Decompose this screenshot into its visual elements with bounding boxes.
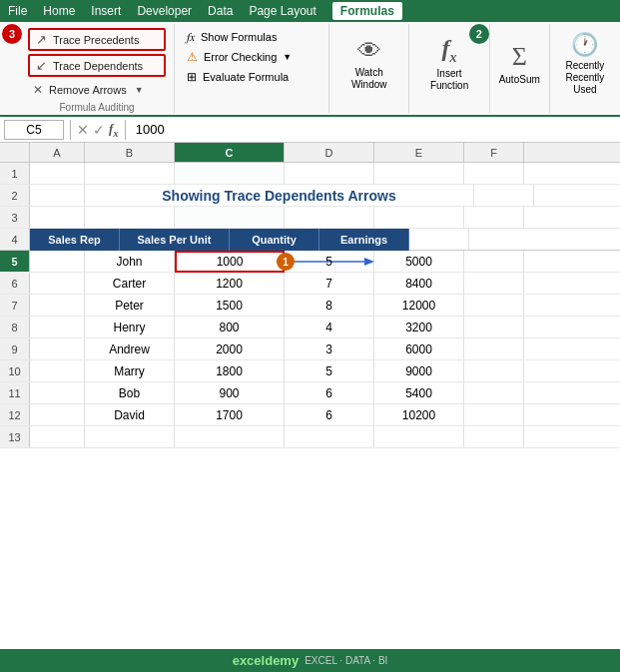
cell-a8[interactable] xyxy=(30,317,85,337)
cell-c8[interactable]: 800 xyxy=(175,317,285,338)
cell-f9[interactable] xyxy=(464,338,524,359)
cell-f8[interactable] xyxy=(464,317,524,337)
cell-b13[interactable] xyxy=(85,426,175,447)
cell-a1[interactable] xyxy=(30,163,85,185)
cell-f5[interactable] xyxy=(464,251,524,273)
cell-f11[interactable] xyxy=(464,382,524,403)
insert-function-bar-icon[interactable]: fx xyxy=(109,121,119,139)
cell-f7[interactable] xyxy=(464,295,524,316)
cell-b6[interactable]: Carter xyxy=(85,273,175,295)
cell-a7[interactable] xyxy=(30,295,85,316)
col-header-d[interactable]: D xyxy=(285,143,374,162)
cell-c4-header[interactable]: Sales Per Unit xyxy=(120,229,230,251)
recently-used-button[interactable]: 🕐 RecentlyRecently Used xyxy=(556,28,614,99)
cell-c5[interactable]: 1000 1 xyxy=(175,251,285,273)
cell-b1[interactable] xyxy=(85,163,175,185)
cell-e9[interactable]: 6000 xyxy=(374,338,464,360)
cell-e1[interactable] xyxy=(374,163,464,185)
cell-d4-header[interactable]: Quantity xyxy=(230,229,319,251)
cell-f2[interactable] xyxy=(474,185,534,206)
cell-d8[interactable]: 4 xyxy=(285,317,374,338)
cell-b8[interactable]: Henry xyxy=(85,317,175,338)
cell-d7[interactable]: 8 xyxy=(285,295,374,317)
col-header-b[interactable]: B xyxy=(85,143,175,162)
col-header-a[interactable]: A xyxy=(30,143,85,162)
cell-b10[interactable]: Marry xyxy=(85,360,175,382)
cancel-formula-icon[interactable]: ✕ xyxy=(77,122,89,138)
cell-e7[interactable]: 12000 xyxy=(374,295,464,317)
cell-d13[interactable] xyxy=(285,426,374,447)
cell-c1[interactable] xyxy=(175,163,285,185)
watch-window-button[interactable]: 👁 Watch Window xyxy=(339,28,398,99)
cell-e13[interactable] xyxy=(374,426,464,447)
error-checking-button[interactable]: ⚠ Error Checking ▼ xyxy=(183,48,320,66)
cell-c7[interactable]: 1500 xyxy=(175,295,285,317)
formula-input[interactable]: 1000 xyxy=(132,122,616,137)
cell-b7[interactable]: Peter xyxy=(85,295,175,317)
cell-b3[interactable] xyxy=(85,207,175,228)
cell-b9[interactable]: Andrew xyxy=(85,338,175,360)
trace-precedents-button[interactable]: ↗ Trace Precedents xyxy=(28,28,166,51)
cell-e10[interactable]: 9000 xyxy=(374,360,464,382)
cell-e12[interactable]: 10200 xyxy=(374,404,464,426)
remove-arrows-button[interactable]: ✕ Remove Arrows ▼ xyxy=(28,80,166,100)
cell-c11[interactable]: 900 xyxy=(175,382,285,404)
cell-d6[interactable]: 7 xyxy=(285,273,374,295)
cell-d10[interactable]: 5 xyxy=(285,360,374,382)
cell-c10[interactable]: 1800 xyxy=(175,360,285,382)
menu-data[interactable]: Data xyxy=(208,4,233,18)
cell-e4-header[interactable]: Earnings xyxy=(319,229,409,251)
col-header-e[interactable]: E xyxy=(374,143,464,162)
cell-d3[interactable] xyxy=(285,207,374,228)
cell-d9[interactable]: 3 xyxy=(285,338,374,360)
cell-a5[interactable] xyxy=(30,251,85,273)
cell-a12[interactable] xyxy=(30,404,85,425)
menu-home[interactable]: Home xyxy=(43,4,75,18)
cell-d12[interactable]: 6 xyxy=(285,404,374,426)
cell-c9[interactable]: 2000 xyxy=(175,338,285,360)
cell-f1[interactable] xyxy=(464,163,524,185)
cell-c13[interactable] xyxy=(175,426,285,447)
col-header-c[interactable]: C xyxy=(175,143,285,162)
cell-reference-box[interactable] xyxy=(4,120,64,140)
cell-a6[interactable] xyxy=(30,273,85,294)
cell-d11[interactable]: 6 xyxy=(285,382,374,404)
cell-f3[interactable] xyxy=(464,207,524,228)
cell-f12[interactable] xyxy=(464,404,524,425)
cell-f4[interactable] xyxy=(409,229,469,250)
cell-e8[interactable]: 3200 xyxy=(374,317,464,338)
trace-dependents-button[interactable]: ↙ Trace Dependents xyxy=(28,54,166,77)
show-formulas-button[interactable]: 𝑓𝑥 Show Formulas xyxy=(183,28,320,46)
evaluate-formula-button[interactable]: ⊞ Evaluate Formula xyxy=(183,68,320,86)
menu-developer[interactable]: Developer xyxy=(137,4,192,18)
error-checking-dropdown[interactable]: ▼ xyxy=(283,52,292,62)
menu-file[interactable]: File xyxy=(8,4,27,18)
cell-f13[interactable] xyxy=(464,426,524,447)
cell-e11[interactable]: 5400 xyxy=(374,382,464,404)
cell-f6[interactable] xyxy=(464,273,524,294)
cell-a11[interactable] xyxy=(30,382,85,403)
menu-formulas[interactable]: Formulas xyxy=(332,2,402,20)
remove-arrows-dropdown-icon[interactable]: ▼ xyxy=(135,85,144,95)
menu-page-layout[interactable]: Page Layout xyxy=(249,4,315,18)
cell-b4-header[interactable]: Sales Rep xyxy=(30,229,120,251)
cell-d1[interactable] xyxy=(285,163,374,185)
autosum-button[interactable]: Σ AutoSum xyxy=(499,28,540,99)
cell-a9[interactable] xyxy=(30,338,85,359)
cell-b11[interactable]: Bob xyxy=(85,382,175,404)
cell-c3[interactable] xyxy=(175,207,285,228)
cell-e3[interactable] xyxy=(374,207,464,228)
confirm-formula-icon[interactable]: ✓ xyxy=(93,122,105,138)
cell-e5[interactable]: 5000 xyxy=(374,251,464,273)
cell-b5[interactable]: John xyxy=(85,251,175,273)
menu-insert[interactable]: Insert xyxy=(91,4,121,18)
cell-a2[interactable] xyxy=(30,185,85,206)
cell-c6[interactable]: 1200 xyxy=(175,273,285,295)
cell-e6[interactable]: 8400 xyxy=(374,273,464,295)
cell-a13[interactable] xyxy=(30,426,85,447)
cell-b12[interactable]: David xyxy=(85,404,175,426)
cell-a10[interactable] xyxy=(30,360,85,381)
cell-f10[interactable] xyxy=(464,360,524,381)
cell-c12[interactable]: 1700 xyxy=(175,404,285,426)
cell-a3[interactable] xyxy=(30,207,85,228)
